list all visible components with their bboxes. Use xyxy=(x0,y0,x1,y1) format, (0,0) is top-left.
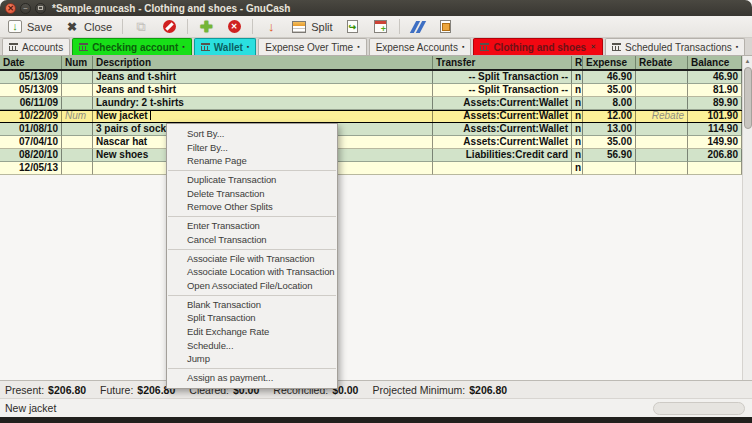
tab-close-icon[interactable]: ▪ xyxy=(736,43,738,51)
cell-expense[interactable]: 13.00 xyxy=(583,123,636,136)
schedule-button[interactable] xyxy=(371,17,391,37)
menu-item-assign-as-payment[interactable]: Assign as payment... xyxy=(167,371,337,385)
close-button[interactable]: ✖ Close xyxy=(62,17,114,37)
jump-button[interactable]: ↪ xyxy=(343,17,363,37)
transfer-button[interactable] xyxy=(436,17,456,37)
cell-transfer[interactable]: Assets:Current:Wallet xyxy=(433,110,572,123)
cell-balance[interactable]: 89.90 xyxy=(688,97,742,110)
table-row[interactable]: 10/22/09NumNew jacketAssets:Current:Wall… xyxy=(0,110,742,123)
cell-date[interactable]: 07/04/10 xyxy=(0,136,62,149)
cell-description[interactable]: Jeans and t-shirt xyxy=(93,84,433,97)
window-close-button[interactable]: ✕ xyxy=(5,3,16,14)
tab-expense-accounts[interactable]: Expense Accounts▪ xyxy=(369,38,472,55)
cell-reconciled[interactable]: n xyxy=(572,162,583,175)
split-button[interactable]: Split xyxy=(289,17,334,37)
window-maximize-button[interactable] xyxy=(35,3,46,14)
menu-item-jump[interactable]: Jump xyxy=(167,352,337,366)
tab-close-icon[interactable]: ✕ xyxy=(590,43,596,51)
delete-button[interactable] xyxy=(159,17,179,37)
menu-item-open-associated-file-location[interactable]: Open Associated File/Location xyxy=(167,279,337,293)
table-row[interactable]: 01/08/103 pairs of socksAssets:Current:W… xyxy=(0,123,742,136)
column-header-expense[interactable]: Expense xyxy=(583,56,636,69)
cell-expense[interactable]: 8.00 xyxy=(583,97,636,110)
menu-item-enter-transaction[interactable]: Enter Transaction xyxy=(167,219,337,233)
cell-date[interactable]: 12/05/13 xyxy=(0,162,62,175)
cell-num[interactable] xyxy=(62,71,93,84)
cell-description[interactable]: New jacket xyxy=(93,110,433,123)
cell-num[interactable] xyxy=(62,136,93,149)
cell-num[interactable] xyxy=(62,123,93,136)
cell-rebate[interactable] xyxy=(636,97,688,110)
cell-balance[interactable]: 114.90 xyxy=(688,123,742,136)
cell-rebate[interactable] xyxy=(636,123,688,136)
tab-close-icon[interactable]: ▪ xyxy=(357,43,359,51)
duplicate-button[interactable]: ⧉ xyxy=(131,17,151,37)
cell-date[interactable]: 06/11/09 xyxy=(0,97,62,110)
cell-num[interactable] xyxy=(62,149,93,162)
vertical-scrollbar[interactable]: ▲ xyxy=(742,56,752,380)
cell-rebate[interactable]: Rebate xyxy=(636,110,688,123)
save-button[interactable]: ↓ Save xyxy=(5,17,54,37)
cell-transfer[interactable]: Assets:Current:Wallet xyxy=(433,123,572,136)
cell-date[interactable]: 08/20/10 xyxy=(0,149,62,162)
menu-item-cancel-transaction[interactable]: Cancel Transaction xyxy=(167,233,337,247)
cell-rebate[interactable] xyxy=(636,71,688,84)
cell-balance[interactable]: 206.80 xyxy=(688,149,742,162)
cell-transfer[interactable]: Assets:Current:Wallet xyxy=(433,136,572,149)
cell-expense[interactable]: 35.00 xyxy=(583,136,636,149)
menu-item-schedule[interactable]: Schedule... xyxy=(167,339,337,353)
cell-transfer[interactable]: -- Split Transaction -- xyxy=(433,84,572,97)
cell-date[interactable]: 01/08/10 xyxy=(0,123,62,136)
menu-item-rename-page[interactable]: Rename Page xyxy=(167,154,337,168)
cell-reconciled[interactable]: n xyxy=(572,149,583,162)
scrollbar-thumb[interactable] xyxy=(744,67,752,129)
cell-num[interactable] xyxy=(62,162,93,175)
cell-expense[interactable]: 56.90 xyxy=(583,149,636,162)
cell-num[interactable] xyxy=(62,84,93,97)
column-header-balance[interactable]: Balance xyxy=(688,56,742,69)
cell-description[interactable]: Jeans and t-shirt xyxy=(93,71,433,84)
cell-balance[interactable] xyxy=(688,162,742,175)
cell-date[interactable]: 10/22/09 xyxy=(0,110,62,123)
cell-num[interactable] xyxy=(62,97,93,110)
cell-reconciled[interactable]: n xyxy=(572,71,583,84)
blank-transaction-button[interactable]: ↓ xyxy=(261,17,281,37)
tab-expense-over-time[interactable]: Expense Over Time▪ xyxy=(258,38,366,55)
menu-item-associate-location-with-transaction[interactable]: Associate Location with Transaction xyxy=(167,265,337,279)
tab-close-icon[interactable]: ▪ xyxy=(182,43,184,51)
menu-item-split-transaction[interactable]: Split Transaction xyxy=(167,311,337,325)
cell-rebate[interactable] xyxy=(636,162,688,175)
table-row[interactable]: 05/13/09Jeans and t-shirt-- Split Transa… xyxy=(0,84,742,97)
cell-rebate[interactable] xyxy=(636,149,688,162)
enter-button[interactable]: ✚ xyxy=(196,17,216,37)
tab-checking-account[interactable]: Checking account▪ xyxy=(72,38,192,55)
cell-reconciled[interactable]: n xyxy=(572,123,583,136)
table-row[interactable]: 07/04/10Nascar hatAssets:Current:Walletn… xyxy=(0,136,742,149)
tab-wallet[interactable]: Wallet▪ xyxy=(194,38,257,55)
tab-scheduled-transactions[interactable]: Scheduled Transactions▪ xyxy=(605,38,745,55)
cancel-button[interactable]: ✕ xyxy=(224,17,244,37)
column-header-description[interactable]: Description xyxy=(93,56,433,69)
column-header-r[interactable]: R xyxy=(572,56,583,69)
cell-reconciled[interactable]: n xyxy=(572,136,583,149)
table-row[interactable]: 05/13/09Jeans and t-shirt-- Split Transa… xyxy=(0,71,742,84)
cell-rebate[interactable] xyxy=(636,136,688,149)
cell-balance[interactable]: 149.90 xyxy=(688,136,742,149)
cell-reconciled[interactable]: n xyxy=(572,110,583,123)
menu-item-edit-exchange-rate[interactable]: Edit Exchange Rate xyxy=(167,325,337,339)
cell-transfer[interactable] xyxy=(433,162,572,175)
menu-item-delete-transaction[interactable]: Delete Transaction xyxy=(167,187,337,201)
window-minimize-button[interactable]: − xyxy=(20,3,31,14)
cell-expense[interactable]: 46.90 xyxy=(583,71,636,84)
column-header-num[interactable]: Num xyxy=(62,56,93,69)
menu-item-remove-other-splits[interactable]: Remove Other Splits xyxy=(167,200,337,214)
cell-balance[interactable]: 46.90 xyxy=(688,71,742,84)
cell-reconciled[interactable]: n xyxy=(572,84,583,97)
cell-expense[interactable]: 12.00 xyxy=(583,110,636,123)
cell-expense[interactable]: 35.00 xyxy=(583,84,636,97)
column-header-rebate[interactable]: Rebate xyxy=(636,56,688,69)
menu-item-filter-by[interactable]: Filter By... xyxy=(167,141,337,155)
menu-item-associate-file-with-transaction[interactable]: Associate File with Transaction xyxy=(167,252,337,266)
cell-transfer[interactable]: -- Split Transaction -- xyxy=(433,71,572,84)
cell-date[interactable]: 05/13/09 xyxy=(0,84,62,97)
